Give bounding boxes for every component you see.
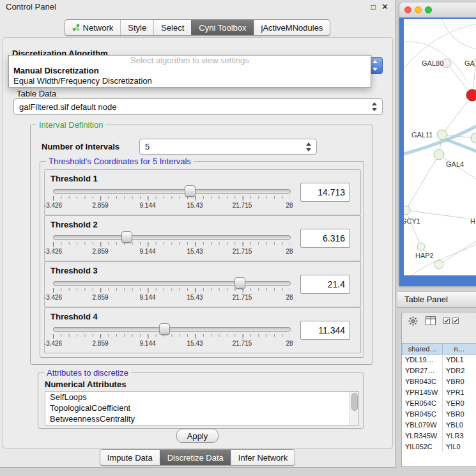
gear-icon[interactable] <box>408 316 418 326</box>
network-node[interactable] <box>437 130 447 140</box>
slider-scale-label: 28 <box>286 294 293 301</box>
attribute-list-item[interactable]: TopologicalCoefficient <box>45 403 358 413</box>
table-cell[interactable]: YDR2 <box>443 365 476 376</box>
network-node[interactable] <box>404 206 410 215</box>
table-cell[interactable]: YDR27… <box>402 365 443 376</box>
network-node[interactable] <box>471 133 476 143</box>
table-row[interactable]: YBL079WYBL0 <box>402 420 476 431</box>
control-panel-titlebar[interactable]: Control Panel □ ✕ <box>0 0 395 14</box>
slider-thumb[interactable] <box>159 323 170 335</box>
table-row[interactable]: YLR345WYLR3 <box>402 431 476 441</box>
dropdown-option-manual[interactable]: Manual Discretization <box>9 66 371 76</box>
table-panel-header[interactable]: Table Panel <box>397 291 476 308</box>
network-node-label: H <box>470 217 475 225</box>
table-cell[interactable]: YLR3 <box>443 431 476 441</box>
threshold-value-field[interactable]: 14.713 <box>300 183 350 202</box>
slider-scale-label: 9.144 <box>139 248 155 255</box>
slider-scale-label: -3.426 <box>44 202 62 209</box>
table-row[interactable]: YIL052CYIL0 <box>402 441 476 452</box>
table-row[interactable]: YBR045CYBR0 <box>402 409 476 420</box>
threshold-value-field[interactable]: 21.4 <box>300 275 350 294</box>
network-node[interactable] <box>434 260 443 269</box>
tab-discretize-data[interactable]: Discretize Data <box>160 450 231 465</box>
scrollbar-thumb[interactable] <box>351 393 358 411</box>
column-header-shared-name[interactable]: shared… <box>402 343 443 355</box>
table-cell[interactable]: YBL079W <box>402 420 443 431</box>
number-of-intervals-combobox[interactable]: 5 <box>139 139 317 155</box>
zoom-traffic-light[interactable] <box>425 6 432 13</box>
column-header-name[interactable]: n… <box>443 343 476 355</box>
network-node[interactable] <box>417 243 425 250</box>
dropdown-option-equal-width[interactable]: Equal Width/Frequency Discretization <box>9 76 371 86</box>
table-cell[interactable]: YPR145W <box>402 387 443 398</box>
slider-thumb[interactable] <box>121 231 132 243</box>
tab-network[interactable]: Network <box>65 20 121 35</box>
table-cell[interactable]: YPR1 <box>443 387 476 398</box>
slider-scale: -3.4262.8599.14415.4321.71528 <box>53 202 289 210</box>
table-cell[interactable]: YBR045C <box>402 409 443 420</box>
checkbox-icon[interactable] <box>443 318 450 324</box>
network-window-titlebar[interactable] <box>399 3 476 18</box>
checkbox-icon[interactable] <box>452 318 459 324</box>
table-cell[interactable]: YIL052C <box>402 441 443 452</box>
table-cell[interactable]: YIL0 <box>443 441 476 452</box>
group-title: Threshold's Coordinates for 5 Intervals <box>46 157 194 166</box>
threshold-slider[interactable]: -3.4262.8599.14415.4321.71528 <box>53 277 289 304</box>
tab-label: Cyni Toolbox <box>199 23 246 33</box>
table-cell[interactable]: YBR0 <box>443 376 476 387</box>
table-data-combobox[interactable]: galFiltered.sif default node <box>13 98 383 115</box>
slider-scale-label: 21.715 <box>233 248 252 255</box>
tab-select[interactable]: Select <box>153 20 191 35</box>
table-cell[interactable]: YBR0 <box>443 409 476 420</box>
slider-scale-label: 21.715 <box>233 294 252 301</box>
threshold-value-field[interactable]: 6.316 <box>300 229 350 248</box>
tab-jactivemnodules[interactable]: jActiveMNodules <box>254 20 330 35</box>
network-node-label: GAL80 <box>422 59 443 67</box>
table-row[interactable]: YPR145WYPR1 <box>402 387 476 398</box>
minimize-traffic-light[interactable] <box>415 6 422 13</box>
slider-track[interactable] <box>53 189 291 194</box>
table-cell[interactable]: YER054C <box>402 398 443 409</box>
close-traffic-light[interactable] <box>404 6 411 13</box>
network-node[interactable] <box>466 89 476 101</box>
scrollbar[interactable] <box>349 392 358 425</box>
table-row[interactable]: YBR043CYBR0 <box>402 376 476 387</box>
top-tabs-group: Network Style Select Cyni Toolbox jActiv… <box>65 19 331 36</box>
threshold-slider[interactable]: -3.4262.8599.14415.4321.71528 <box>53 323 289 350</box>
threshold-value-field[interactable]: 11.344 <box>300 321 350 340</box>
tab-style[interactable]: Style <box>120 20 153 35</box>
attributes-group: Attributes to discretize Numerical Attri… <box>38 372 364 429</box>
slider-major-ticks <box>53 334 290 339</box>
slider-track[interactable] <box>53 327 291 332</box>
network-node[interactable] <box>434 150 444 160</box>
slider-track[interactable] <box>53 281 291 286</box>
table-cell[interactable]: YBR043C <box>402 376 443 387</box>
table-cell[interactable]: YDL1 <box>443 355 476 365</box>
slider-thumb[interactable] <box>234 277 245 289</box>
threshold-panel: Threshold 4 -3.4262.8599.14415.4321.7152… <box>44 307 361 353</box>
table-cell[interactable]: YBL0 <box>443 420 476 431</box>
table-cell[interactable]: YER0 <box>443 398 476 409</box>
slider-thumb[interactable] <box>185 185 196 197</box>
numerical-attributes-list[interactable]: SelfLoopsTopologicalCoefficientBetweenne… <box>45 391 359 426</box>
table-row[interactable]: YDR27…YDR2 <box>402 365 476 376</box>
tab-impute-data[interactable]: Impute Data <box>100 450 160 465</box>
attribute-list-item[interactable]: SelfLoops <box>45 392 358 403</box>
float-window-icon[interactable]: □ <box>371 0 376 14</box>
table-cell[interactable]: YDL19… <box>402 355 443 365</box>
table-columns-icon[interactable] <box>426 316 436 325</box>
attribute-list-item[interactable]: BetweennessCentrality <box>45 413 358 424</box>
slider-track[interactable] <box>53 235 291 240</box>
slider-scale-label: 9.144 <box>139 202 155 209</box>
tab-infer-network[interactable]: Infer Network <box>231 450 295 465</box>
threshold-slider[interactable]: -3.4262.8599.14415.4321.71528 <box>53 231 289 258</box>
table-panel-window: shared… n… YDL19…YDL1YDR27…YDR2YBR043CYB… <box>401 312 476 467</box>
table-cell[interactable]: YLR345W <box>402 431 443 441</box>
network-canvas[interactable]: GAL80GAGAL11GAL4GCY1HHAP2 <box>404 19 476 275</box>
table-row[interactable]: YDL19…YDL1 <box>402 355 476 365</box>
close-icon[interactable]: ✕ <box>381 0 388 14</box>
apply-button[interactable]: Apply <box>176 429 219 443</box>
table-row[interactable]: YER054CYER0 <box>402 398 476 409</box>
threshold-slider[interactable]: -3.4262.8599.14415.4321.71528 <box>53 185 289 212</box>
tab-cyni-toolbox[interactable]: Cyni Toolbox <box>191 20 253 35</box>
